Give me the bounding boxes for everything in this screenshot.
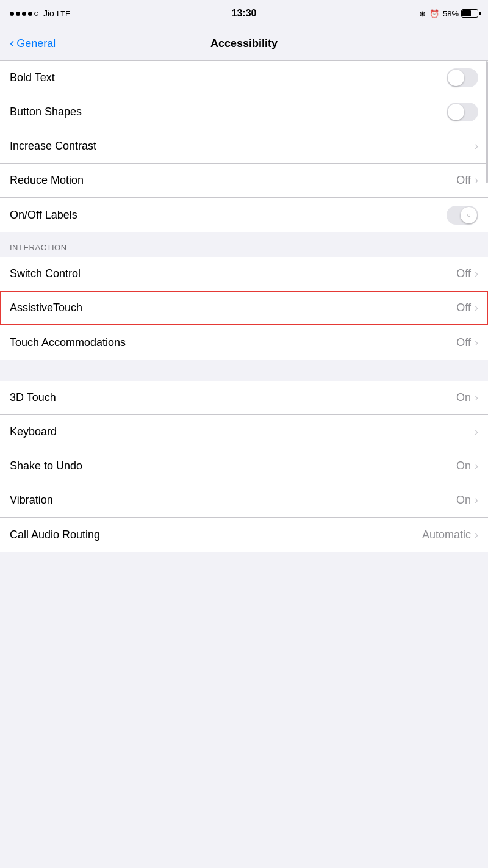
page-title: Accessibility [210,37,278,50]
onoff-labels-toggle[interactable]: ○ [447,206,478,225]
status-left: Jio LTE [10,9,71,18]
3d-touch-chevron-icon: › [475,391,478,404]
signal-dot-5 [34,12,38,16]
vibration-value: On [456,494,471,507]
battery-indicator: 58% [443,9,478,18]
shake-to-undo-label: Shake to Undo [10,460,82,472]
back-chevron-icon: ‹ [10,37,14,50]
misc-group: 3D Touch On › Keyboard › Shake to Undo O… [0,381,488,552]
signal-dot-3 [22,12,26,16]
reduce-motion-label: Reduce Motion [10,174,84,187]
vibration-label: Vibration [10,494,53,507]
bold-text-toggle-knob [448,70,464,86]
increase-contrast-label: Increase Contrast [10,140,96,153]
shake-to-undo-row[interactable]: Shake to Undo On › [0,449,488,483]
increase-contrast-chevron-icon: › [475,140,478,153]
switch-control-label: Switch Control [10,267,81,280]
battery-percent: 58% [443,9,459,18]
switch-control-right: Off › [456,267,478,280]
vibration-chevron-icon: › [475,494,478,507]
call-audio-routing-label: Call Audio Routing [10,529,100,541]
carrier-label: Jio [43,9,54,18]
signal-dot-1 [10,12,14,16]
display-group: Bold Text Button Shapes Increase Contras… [0,61,488,232]
reduce-motion-chevron-icon: › [475,174,478,187]
keyboard-label: Keyboard [10,425,57,438]
assistive-touch-right: Off › [456,302,478,314]
vibration-right: On › [456,494,478,507]
bold-text-row: Bold Text [0,61,488,95]
onoff-labels-label: On/Off Labels [10,209,77,222]
battery-icon [461,9,478,18]
button-shapes-row: Button Shapes [0,95,488,129]
touch-accommodations-value: Off [456,336,471,349]
back-button-label: General [16,37,56,50]
3d-touch-right: On › [456,391,478,404]
section-separator [0,360,488,381]
signal-dot-2 [16,12,20,16]
shake-to-undo-chevron-icon: › [475,460,478,472]
increase-contrast-row[interactable]: Increase Contrast › [0,129,488,164]
settings-content: Bold Text Button Shapes Increase Contras… [0,61,488,552]
assistive-touch-row[interactable]: AssistiveTouch Off › [0,291,488,325]
3d-touch-label: 3D Touch [10,391,56,404]
call-audio-routing-chevron-icon: › [475,529,478,541]
bold-text-toggle[interactable] [447,68,478,87]
alarm-icon: ⏰ [429,9,439,18]
shake-to-undo-right: On › [456,460,478,472]
call-audio-routing-value: Automatic [422,529,471,541]
keyboard-chevron-icon: › [475,425,478,438]
reduce-motion-value: Off [456,174,471,187]
3d-touch-row[interactable]: 3D Touch On › [0,381,488,415]
signal-dots [10,12,38,16]
battery-fill [462,10,471,16]
button-shapes-toggle-knob [448,104,464,120]
touch-accommodations-right: Off › [456,336,478,349]
interaction-section-header: INTERACTION [0,232,488,257]
touch-accommodations-label: Touch Accommodations [10,336,126,349]
lock-icon: ⊕ [419,9,426,18]
assistive-touch-chevron-icon: › [475,302,478,314]
reduce-motion-right: Off › [456,174,478,187]
button-shapes-toggle[interactable] [447,103,478,121]
vibration-row[interactable]: Vibration On › [0,483,488,518]
scrollbar[interactable] [486,61,488,183]
back-button[interactable]: ‹ General [10,37,56,50]
call-audio-routing-row[interactable]: Call Audio Routing Automatic › [0,518,488,552]
time-display: 13:30 [232,8,257,19]
status-bar: Jio LTE 13:30 ⊕ ⏰ 58% [0,0,488,27]
nav-bar: ‹ General Accessibility [0,27,488,61]
shake-to-undo-value: On [456,460,471,472]
switch-control-chevron-icon: › [475,267,478,280]
increase-contrast-right: › [475,140,478,153]
bold-text-label: Bold Text [10,71,55,84]
onoff-labels-knob: ○ [461,207,477,223]
touch-accommodations-row[interactable]: Touch Accommodations Off › [0,325,488,360]
network-label: LTE [57,9,71,18]
assistive-touch-value: Off [456,302,471,314]
interaction-group: Switch Control Off › AssistiveTouch Off … [0,257,488,360]
signal-dot-4 [28,12,32,16]
call-audio-routing-right: Automatic › [422,529,478,541]
touch-accommodations-chevron-icon: › [475,336,478,349]
onoff-labels-row: On/Off Labels ○ [0,198,488,232]
switch-control-row[interactable]: Switch Control Off › [0,257,488,291]
button-shapes-label: Button Shapes [10,106,82,118]
reduce-motion-row[interactable]: Reduce Motion Off › [0,164,488,198]
status-right: ⊕ ⏰ 58% [419,9,478,18]
assistive-touch-label: AssistiveTouch [10,302,82,314]
keyboard-right: › [475,425,478,438]
keyboard-row[interactable]: Keyboard › [0,415,488,449]
switch-control-value: Off [456,267,471,280]
3d-touch-value: On [456,391,471,404]
